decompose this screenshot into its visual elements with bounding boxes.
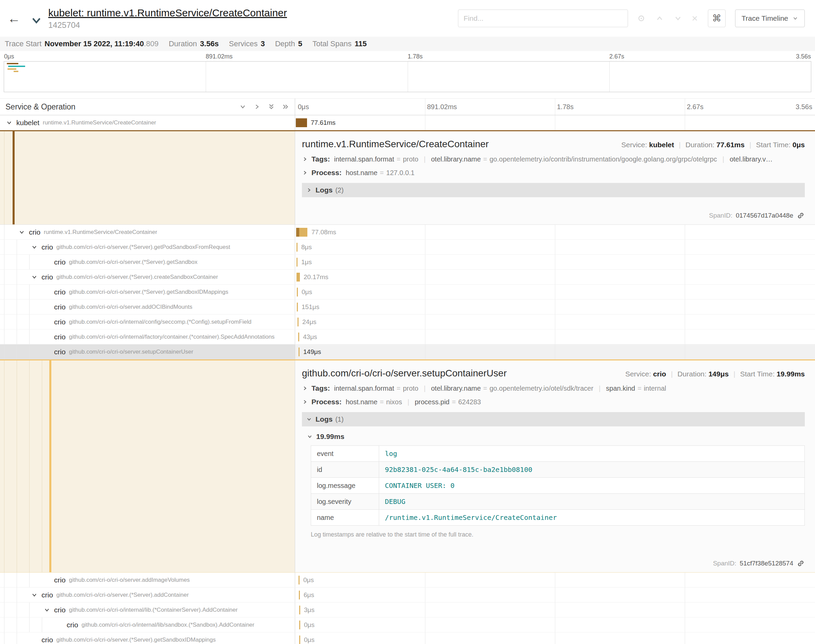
span-bar[interactable] xyxy=(299,606,300,615)
tags-section-header[interactable]: Tags: internal.span.formatproto otel.lib… xyxy=(302,384,805,393)
span-row[interactable]: kubelet runtime.v1.RuntimeService/Create… xyxy=(0,115,815,130)
span-bar[interactable] xyxy=(297,243,297,251)
find-input[interactable] xyxy=(458,9,628,27)
span-row[interactable]: crio runtime.v1.RuntimeService/CreateCon… xyxy=(0,225,815,240)
tags-section-header[interactable]: Tags: internal.span.formatproto otel.lib… xyxy=(302,155,805,163)
span-name-cell[interactable]: crio github.com/cri-o/cri-o/server.(*Ser… xyxy=(0,255,295,269)
trace-minimap[interactable] xyxy=(4,61,811,92)
span-bar[interactable] xyxy=(299,590,300,600)
collapse-all-icon[interactable] xyxy=(268,102,275,111)
span-bar[interactable] xyxy=(297,288,298,296)
span-row[interactable]: crio github.com/cri-o/cri-o/server.addOC… xyxy=(0,299,815,314)
keyboard-shortcuts-button[interactable]: ⌘ xyxy=(708,9,726,27)
span-name-cell[interactable]: crio github.com/cri-o/cri-o/server.(*Ser… xyxy=(0,240,295,255)
span-name-cell[interactable]: crio github.com/cri-o/cri-o/internal/con… xyxy=(0,314,295,329)
back-button[interactable]: ← xyxy=(8,11,25,26)
trace-title-block: kubelet: runtime.v1.RuntimeService/Creat… xyxy=(48,7,287,30)
span-service: crio xyxy=(54,576,66,584)
previous-match-icon[interactable] xyxy=(655,14,664,23)
span-children-toggle[interactable] xyxy=(42,605,52,615)
span-row[interactable]: crio github.com/cri-o/cri-o/internal/fac… xyxy=(0,330,815,345)
process-section-header[interactable]: Process: host.namenixos process.pid62428… xyxy=(302,398,805,406)
span-row[interactable]: crio github.com/cri-o/cri-o/server.(*Ser… xyxy=(0,587,815,603)
link-icon[interactable] xyxy=(797,212,805,220)
span-children-toggle[interactable] xyxy=(17,227,27,237)
span-bar[interactable] xyxy=(299,635,300,644)
logs-section-header[interactable]: Logs (1) xyxy=(302,412,805,426)
span-timeline-cell[interactable]: 77.61ms xyxy=(295,115,815,130)
span-name-cell[interactable]: crio github.com/cri-o/cri-o/internal/lib… xyxy=(0,603,295,617)
span-children-toggle[interactable] xyxy=(29,242,40,252)
collapse-one-icon[interactable] xyxy=(239,102,247,111)
expand-all-icon[interactable] xyxy=(282,102,290,111)
span-timeline-cell[interactable]: 20.17ms xyxy=(295,270,815,284)
log-field-row: eventlog xyxy=(311,446,805,462)
span-name-cell[interactable]: crio github.com/cri-o/cri-o/server.setup… xyxy=(0,345,295,359)
span-children-toggle[interactable] xyxy=(4,118,14,128)
trace-view-select[interactable]: Trace Timeline xyxy=(735,9,805,27)
span-bar[interactable] xyxy=(299,576,300,584)
span-color-accent xyxy=(12,131,15,224)
span-timeline-cell[interactable]: 24μs xyxy=(295,314,815,329)
span-timeline-cell[interactable]: 43μs xyxy=(295,330,815,344)
span-timeline-cell[interactable]: 8μs xyxy=(295,240,815,255)
process-section-header[interactable]: Process: host.name127.0.0.1 xyxy=(302,169,805,177)
span-name-cell[interactable]: crio github.com/cri-o/cri-o/server.(*Ser… xyxy=(0,632,295,644)
span-timeline-cell[interactable]: 149μs xyxy=(295,345,815,359)
span-name-cell[interactable]: crio github.com/cri-o/cri-o/server.(*Ser… xyxy=(0,587,295,602)
collapse-header-chevron-down-icon[interactable] xyxy=(31,16,42,25)
span-name-cell[interactable]: crio github.com/cri-o/cri-o/server.(*Ser… xyxy=(0,270,295,284)
span-row[interactable]: crio github.com/cri-o/cri-o/server.(*Ser… xyxy=(0,240,815,255)
span-name-cell[interactable]: crio github.com/cri-o/cri-o/server.addIm… xyxy=(0,573,295,587)
span-color-accent xyxy=(49,360,51,572)
span-timeline-cell[interactable]: 6μs xyxy=(295,587,815,602)
span-bar[interactable] xyxy=(299,621,300,629)
trace-title-link[interactable]: kubelet: runtime.v1.RuntimeService/Creat… xyxy=(48,7,287,19)
span-row[interactable]: crio github.com/cri-o/cri-o/server.(*Ser… xyxy=(0,255,815,270)
span-name-cell[interactable]: crio github.com/cri-o/cri-o/internal/lib… xyxy=(0,618,295,632)
span-timeline-cell[interactable]: 77.08ms xyxy=(295,225,815,239)
span-name-cell[interactable]: crio github.com/cri-o/cri-o/internal/fac… xyxy=(0,330,295,344)
span-timeline-cell[interactable]: 0μs xyxy=(295,632,815,644)
span-bar[interactable] xyxy=(297,273,300,282)
focus-match-icon[interactable] xyxy=(637,14,646,23)
span-row-selected[interactable]: crio github.com/cri-o/cri-o/server.setup… xyxy=(0,345,815,359)
span-timeline-cell[interactable]: 3μs xyxy=(295,603,815,617)
span-bar[interactable] xyxy=(296,118,307,127)
span-row[interactable]: crio github.com/cri-o/cri-o/server.(*Ser… xyxy=(0,285,815,299)
clear-find-icon[interactable]: × xyxy=(692,13,698,23)
span-name-cell[interactable]: kubelet runtime.v1.RuntimeService/Create… xyxy=(0,115,295,130)
log-entry-header[interactable]: 19.99ms xyxy=(307,432,805,441)
logs-section-header[interactable]: Logs (2) xyxy=(302,183,805,197)
span-timeline-cell[interactable]: 0μs xyxy=(295,618,815,632)
span-row[interactable]: crio github.com/cri-o/cri-o/internal/con… xyxy=(0,314,815,330)
span-detail-title: runtime.v1.RuntimeService/CreateContaine… xyxy=(302,139,621,150)
span-timeline-cell[interactable]: 0μs xyxy=(295,573,815,587)
span-row[interactable]: crio github.com/cri-o/cri-o/server.(*Ser… xyxy=(0,270,815,285)
chevron-down-icon xyxy=(31,274,38,281)
span-bar[interactable] xyxy=(299,348,300,356)
span-children-toggle[interactable] xyxy=(29,272,40,282)
span-children-toggle[interactable] xyxy=(29,590,40,600)
link-icon[interactable] xyxy=(797,559,805,567)
trace-start: Trace StartNovember 15 2022, 11:19:40.80… xyxy=(5,40,158,48)
span-bar[interactable] xyxy=(297,303,298,311)
ruler-tick: 2.67s xyxy=(687,103,703,111)
span-bar[interactable] xyxy=(298,333,299,341)
span-row[interactable]: crio github.com/cri-o/cri-o/server.(*Ser… xyxy=(0,632,815,644)
span-row[interactable]: crio github.com/cri-o/cri-o/internal/lib… xyxy=(0,603,815,618)
span-timeline-cell[interactable]: 151μs xyxy=(295,299,815,314)
span-timeline-cell[interactable]: 1μs xyxy=(295,255,815,269)
span-name-cell[interactable]: crio runtime.v1.RuntimeService/CreateCon… xyxy=(0,225,295,239)
span-row[interactable]: crio github.com/cri-o/cri-o/internal/lib… xyxy=(0,618,815,632)
span-bar[interactable] xyxy=(297,258,297,267)
log-field-row: log.severityDEBUG xyxy=(311,494,805,510)
indent-guide xyxy=(17,314,29,329)
span-bar[interactable] xyxy=(297,317,299,327)
next-match-icon[interactable] xyxy=(674,14,682,23)
span-name-cell[interactable]: crio github.com/cri-o/cri-o/server.(*Ser… xyxy=(0,285,295,299)
span-name-cell[interactable]: crio github.com/cri-o/cri-o/server.addOC… xyxy=(0,299,295,314)
span-row[interactable]: crio github.com/cri-o/cri-o/server.addIm… xyxy=(0,573,815,587)
span-timeline-cell[interactable]: 0μs xyxy=(295,285,815,299)
expand-one-icon[interactable] xyxy=(253,102,261,111)
